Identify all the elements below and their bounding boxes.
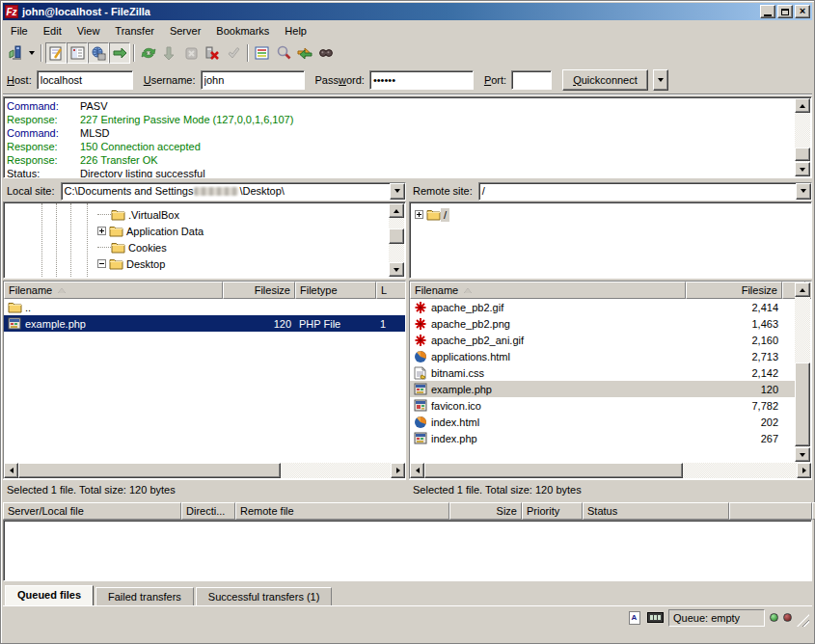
close-button[interactable]: × [795, 5, 810, 18]
filesize: 2,160 [686, 335, 782, 346]
column-header-l[interactable]: L [376, 282, 406, 299]
quickconnect-dropdown-button[interactable] [653, 69, 668, 91]
file-row-applications-html[interactable]: applications.html2,713 [410, 348, 796, 364]
column-header-filesize[interactable]: Filesize [686, 282, 782, 299]
scroll-left-button[interactable] [410, 463, 424, 478]
message-log-scrollbar[interactable] [795, 98, 810, 176]
tab-successful-transfers-1-[interactable]: Successful transfers (1) [196, 587, 333, 605]
scroll-right-button[interactable] [797, 463, 811, 478]
resize-grip[interactable] [797, 614, 809, 627]
tree-item--virtualbox[interactable]: .VirtualBox [97, 206, 389, 223]
scroll-left-button[interactable] [4, 463, 18, 478]
filesize: 7,782 [686, 400, 782, 412]
username-input[interactable] [201, 70, 305, 90]
column-header-filesize[interactable]: Filesize [223, 282, 295, 299]
disconnect-button[interactable] [202, 42, 223, 64]
directory-comparison-button[interactable] [273, 42, 294, 64]
file-row--[interactable]: .. [4, 299, 405, 315]
menu-file[interactable]: File [3, 23, 36, 39]
column-header-size[interactable]: Size [449, 502, 522, 520]
maximize-button[interactable] [777, 5, 793, 18]
file-row-index-html[interactable]: index.html202 [410, 414, 796, 430]
scroll-up-button[interactable] [795, 98, 810, 113]
site-manager-button[interactable] [5, 42, 26, 64]
scroll-down-button[interactable] [795, 447, 810, 462]
menu-bookmarks[interactable]: Bookmarks [208, 23, 277, 39]
host-input[interactable] [37, 70, 133, 90]
scroll-thumb[interactable] [389, 228, 404, 244]
filter-button[interactable] [252, 42, 273, 64]
chevron-down-icon[interactable] [390, 183, 405, 200]
transfer-type-icon[interactable]: A [626, 610, 642, 625]
column-header-filetype[interactable]: Filetype [295, 282, 376, 299]
file-row-example-php[interactable]: example.php120PHP File1 [4, 315, 405, 332]
scroll-right-button[interactable] [391, 463, 405, 478]
column-header-server-local-file[interactable]: Server/Local file [3, 502, 181, 520]
synchronized-browsing-button[interactable] [294, 42, 315, 64]
tree-item-root[interactable]: / [415, 206, 810, 223]
remote-hscrollbar[interactable] [410, 463, 811, 478]
tree-item-cookies[interactable]: Cookies [97, 239, 389, 255]
port-input[interactable] [511, 70, 552, 90]
file-row-example-php[interactable]: example.php120 [410, 381, 796, 397]
menu-transfer[interactable]: Transfer [107, 23, 162, 39]
file-row-apache_pb2-png[interactable]: apache_pb2.png1,463 [410, 315, 796, 332]
file-row-bitnami-css[interactable]: bitnami.css2,142 [410, 364, 796, 381]
scroll-up-button[interactable] [389, 203, 404, 218]
tab-queued-files[interactable]: Queued files [5, 585, 94, 605]
column-header-blank[interactable] [729, 502, 812, 520]
scroll-thumb[interactable] [795, 362, 810, 446]
scroll-thumb[interactable] [424, 463, 683, 478]
remote-directory-tree: / [409, 201, 812, 279]
menu-server[interactable]: Server [162, 23, 208, 39]
scroll-thumb[interactable] [795, 148, 810, 161]
column-header-remote-file[interactable]: Remote file [235, 502, 449, 520]
column-header-filename[interactable]: Filename [4, 282, 223, 299]
local-site-combobox[interactable]: C:\Documents and Settings\Desktop\ [61, 182, 406, 201]
log-label: Command: [7, 126, 80, 140]
sort-ascending-icon [464, 288, 472, 293]
file-row-apache_pb2_ani-gif[interactable]: apache_pb2_ani.gif2,160 [410, 332, 796, 348]
column-header-directi-[interactable]: Directi... [181, 502, 235, 520]
column-header-status[interactable]: Status [583, 502, 729, 520]
file-row-apache_pb2-gif[interactable]: apache_pb2.gif2,414 [410, 299, 796, 315]
file-row-index-php[interactable]: index.php267 [410, 430, 796, 446]
local-hscrollbar[interactable] [4, 463, 405, 478]
tab-failed-transfers[interactable]: Failed transfers [95, 587, 194, 605]
toggle-local-tree-button[interactable] [67, 42, 88, 64]
toggle-remote-tree-button[interactable] [88, 42, 109, 64]
local-tree-scrollbar[interactable] [389, 203, 404, 277]
menu-edit[interactable]: Edit [36, 23, 69, 39]
site-manager-dropdown-button[interactable] [26, 42, 38, 64]
expand-icon[interactable] [415, 210, 423, 219]
process-queue-button[interactable] [159, 42, 180, 64]
search-button[interactable] [315, 42, 337, 64]
log-line: Response:226 Transfer OK [7, 153, 793, 167]
chevron-down-icon[interactable] [796, 183, 811, 200]
quickconnect-button[interactable]: Quickconnect [562, 69, 648, 91]
speedlimit-icon[interactable] [647, 610, 664, 625]
scroll-down-button[interactable] [389, 262, 404, 277]
remote-site-combobox[interactable]: / [478, 182, 812, 201]
cancel-operation-button[interactable] [180, 42, 202, 64]
column-header-filename[interactable]: Filename [410, 282, 686, 299]
scroll-up-button[interactable] [795, 282, 810, 297]
scroll-down-button[interactable] [795, 162, 810, 176]
expand-icon[interactable] [97, 227, 106, 235]
toggle-transfer-queue-button[interactable] [109, 42, 130, 64]
toggle-message-log-button[interactable] [45, 42, 67, 64]
tree-item-desktop[interactable]: Desktop [97, 255, 389, 272]
minimize-button[interactable] [760, 5, 775, 18]
scroll-thumb[interactable] [18, 463, 281, 478]
column-header-priority[interactable]: Priority [522, 502, 583, 520]
menu-help[interactable]: Help [277, 23, 314, 39]
refresh-button[interactable] [138, 42, 159, 64]
log-label: Response: [7, 153, 80, 167]
password-input[interactable] [369, 70, 474, 90]
file-row-favicon-ico[interactable]: favicon.ico7,782 [410, 397, 796, 414]
tree-item-application-data[interactable]: Application Data [97, 223, 389, 239]
collapse-icon[interactable] [97, 259, 106, 268]
abort-button[interactable] [223, 42, 244, 64]
remote-list-scrollbar[interactable] [795, 282, 810, 462]
menu-view[interactable]: View [69, 23, 108, 39]
